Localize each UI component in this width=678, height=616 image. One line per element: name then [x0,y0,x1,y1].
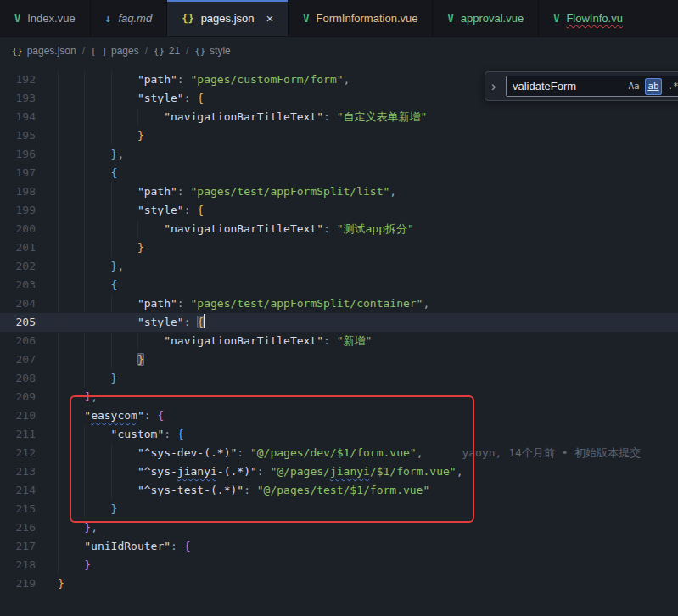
code-line[interactable]: 196}, [0,145,678,164]
code-line[interactable]: 207} [0,350,678,369]
line-number[interactable]: 211 [0,425,36,444]
indent-guide [58,350,84,369]
code-line[interactable]: 217"uniIdRouter": { [0,537,678,556]
line-number[interactable]: 212 [0,444,36,462]
line-number[interactable]: 209 [0,388,36,406]
token: , [389,185,396,198]
token: , [457,465,463,478]
line-number[interactable]: 217 [0,537,36,556]
line-number[interactable]: 194 [0,108,36,126]
code-line[interactable]: 205"style": { [0,313,678,332]
code-line[interactable]: 201} [0,238,678,257]
line-number[interactable]: 200 [0,220,36,238]
token: "style" [137,92,184,104]
tab-flowinfo-vue[interactable]: V FlowInfo.vu [539,0,678,36]
line-number[interactable]: 207 [0,350,36,369]
line-number[interactable]: 201 [0,238,36,257]
code-line[interactable]: 206"navigationBarTitleText": "新增" [0,332,678,350]
whole-word-toggle[interactable]: ab [645,78,662,95]
code-line[interactable]: 203{ [0,276,678,294]
code-line[interactable]: 219} [0,574,678,593]
code-line[interactable]: 208} [0,369,678,388]
code-line[interactable]: 209], [0,388,678,406]
breadcrumb-item-style[interactable]: {} style [194,45,230,57]
indent-guide [58,238,84,257]
regex-toggle[interactable]: .* [664,78,678,95]
line-number[interactable]: 196 [0,145,36,164]
code-line[interactable]: 194"navigationBarTitleText": "自定义表单新增" [0,108,678,126]
code-text: "^sys-dev-(.*)": "@/pages/dev/$1/form.vu… [36,444,641,462]
close-icon[interactable]: × [266,12,274,25]
line-number[interactable]: 193 [0,89,36,108]
indent-guide [58,276,84,294]
tab-label: approval.vue [461,12,524,25]
line-number[interactable]: 219 [0,574,36,593]
code-line[interactable]: 211"custom": { [0,425,678,444]
code-line[interactable]: 214"^sys-test-(.*)": "@/pages/test/$1/fo… [0,481,678,500]
indent-guide [111,313,137,332]
tab-label: FormInformation.vue [317,12,418,25]
breadcrumb-label: 21 [169,45,180,57]
line-number[interactable]: 199 [0,201,36,220]
tab-faq-md[interactable]: ↓ faq.md [91,0,168,36]
indent-guide [58,500,84,518]
line-number[interactable]: 203 [0,276,36,294]
indent-guide [58,257,84,276]
code-line[interactable]: 218} [0,556,678,574]
code-line[interactable]: 210"easycom": { [0,406,678,425]
find-input[interactable] [513,80,623,92]
code-line[interactable]: 199"style": { [0,201,678,220]
indent-guide [58,220,84,238]
tab-pages-json[interactable]: {} pages.json × [167,0,289,36]
line-number[interactable]: 208 [0,369,36,388]
line-number[interactable]: 213 [0,462,36,481]
match-case-toggle[interactable]: Aa [625,78,642,95]
indent-guide [111,444,137,462]
breadcrumb-item-pages[interactable]: [ ] pages [91,45,139,57]
code-line[interactable]: 195} [0,126,678,145]
code-line[interactable]: 200"navigationBarTitleText": "测试app拆分" [0,220,678,238]
code-text: "^sys-jianyi-(.*)": "@/pages/jianyi/$1/f… [36,462,462,481]
breadcrumb-item-21[interactable]: {} 21 [154,45,180,57]
code-line[interactable]: 212"^sys-dev-(.*)": "@/pages/dev/$1/form… [0,444,678,462]
token: } [137,241,144,254]
code-line[interactable]: 197{ [0,164,678,182]
code-line[interactable]: 213"^sys-jianyi-(.*)": "@/pages/jianyi/$… [0,462,678,481]
line-number[interactable]: 210 [0,406,36,425]
indent-guide [58,369,84,388]
indent-guide [84,313,110,332]
line-number[interactable]: 202 [0,257,36,276]
code-line[interactable]: 204"path": "pages/test/appFormSplit/cont… [0,294,678,313]
line-number[interactable]: 216 [0,518,36,537]
line-number[interactable]: 214 [0,481,36,500]
code-line[interactable]: 215} [0,500,678,518]
tab-forminformation-vue[interactable]: V FormInformation.vue [289,0,433,36]
indent-guide [84,294,110,313]
editor[interactable]: 192"path": "pages/customForm/form",193"s… [0,65,678,616]
line-number[interactable]: 192 [0,70,36,89]
code-text: }, [36,145,124,164]
code-line[interactable]: 202}, [0,257,678,276]
line-number[interactable]: 206 [0,332,36,350]
breadcrumb-item-file[interactable]: {} pages.json [12,45,76,57]
indent-guide [58,313,84,332]
line-number[interactable]: 198 [0,182,36,201]
indent-guide [111,332,137,350]
token: : [323,110,337,123]
line-number[interactable]: 218 [0,556,36,574]
line-number[interactable]: 197 [0,164,36,182]
code-line[interactable]: 198"path": "pages/test/appFormSplit/list… [0,182,678,201]
token: : [323,222,337,235]
chevron-right-icon[interactable]: › [491,80,500,93]
line-number[interactable]: 205 [0,313,36,332]
indent-guide [111,220,137,238]
indent-guide [84,145,110,164]
token: : [177,185,191,198]
indent-guide [84,462,110,481]
line-number[interactable]: 204 [0,294,36,313]
line-number[interactable]: 195 [0,126,36,145]
tab-index-vue[interactable]: V Index.vue [0,0,91,36]
line-number[interactable]: 215 [0,500,36,518]
code-line[interactable]: 216}, [0,518,678,537]
tab-approval-vue[interactable]: V approval.vue [433,0,539,36]
